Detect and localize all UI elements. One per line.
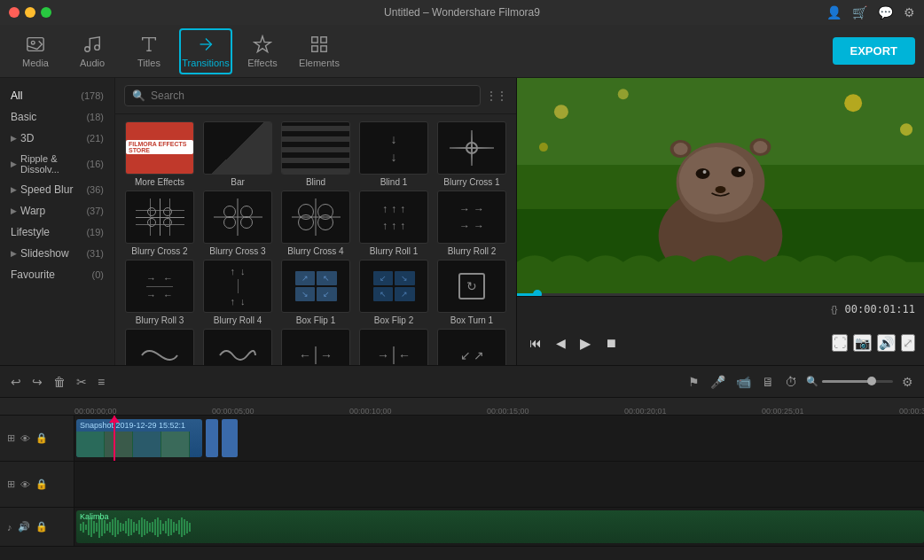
clip-frame-2 bbox=[105, 432, 133, 457]
toolbar-elements[interactable]: Elements bbox=[293, 28, 346, 74]
account-icon[interactable]: 👤 bbox=[826, 5, 842, 19]
screen-button[interactable]: 🖥 bbox=[760, 373, 776, 391]
sidebar-count-all: (178) bbox=[81, 90, 104, 101]
transition-thumb-row4-4: → ← bbox=[359, 329, 428, 365]
transition-item-box-flip1[interactable]: ↗ ↖ ↘ ↙ Box Flip 1 bbox=[278, 260, 353, 325]
transitions-icon bbox=[196, 35, 215, 54]
video-clip-1[interactable]: Snapshot 2019-12-29 15:52:1 bbox=[76, 419, 202, 457]
sidebar-item-all[interactable]: All (178) bbox=[0, 85, 114, 106]
sidebar-item-favourite[interactable]: Favourite (0) bbox=[0, 264, 114, 285]
settings-icon[interactable]: ⚙ bbox=[904, 5, 915, 19]
transition-thumb-blurry-cross4 bbox=[281, 191, 350, 244]
wave-bar bbox=[80, 524, 82, 531]
marker-button[interactable]: ⚑ bbox=[686, 373, 701, 391]
video-clip-label: Snapshot 2019-12-29 15:52:1 bbox=[80, 421, 199, 430]
toolbar-audio[interactable]: Audio bbox=[66, 28, 119, 74]
window-controls[interactable] bbox=[9, 7, 51, 18]
camera-button[interactable]: 📹 bbox=[734, 373, 753, 391]
toolbar-transitions[interactable]: Transitions bbox=[179, 28, 232, 74]
track-audio-icon[interactable]: ♪ bbox=[7, 522, 12, 533]
transition-item-box-flip2[interactable]: ↙ ↘ ↖ ↗ Box Flip 2 bbox=[356, 260, 431, 325]
transition-item-blurry-cross4[interactable]: Blurry Cross 4 bbox=[278, 191, 353, 256]
skip-back-button[interactable]: ⏮ bbox=[526, 332, 545, 354]
video-clip-2[interactable] bbox=[222, 419, 238, 457]
wave-bar bbox=[120, 523, 121, 532]
redo-button[interactable]: ↪ bbox=[30, 373, 44, 391]
transition-item-row4-3[interactable]: ← → bbox=[278, 329, 353, 365]
sidebar-item-warp[interactable]: ▶ Warp (37) bbox=[0, 200, 114, 222]
maximize-button[interactable] bbox=[41, 7, 51, 18]
track-area-video1[interactable]: Snapshot 2019-12-29 15:52:1 bbox=[74, 416, 924, 461]
track2-lock-icon[interactable]: 🔒 bbox=[35, 478, 48, 490]
close-button[interactable] bbox=[9, 7, 20, 18]
wave-bar bbox=[176, 524, 177, 531]
microphone-button[interactable]: 🎤 bbox=[709, 373, 727, 391]
track-eye-icon[interactable]: 👁 bbox=[20, 433, 30, 444]
transition-item-row4-5[interactable]: ↙ ↗ bbox=[435, 329, 509, 365]
search-input[interactable] bbox=[151, 89, 473, 102]
transition-item-row4-2[interactable] bbox=[200, 329, 275, 365]
toolbar-transitions-label: Transitions bbox=[182, 58, 229, 68]
snapshot-button[interactable]: 📷 bbox=[853, 334, 872, 352]
grid-view-icon[interactable]: ⋮⋮ bbox=[486, 89, 507, 102]
wave-bar bbox=[184, 519, 185, 535]
track-area-audio[interactable]: Kalimba bbox=[74, 508, 924, 546]
wave-bar bbox=[170, 519, 172, 535]
sidebar-item-slideshow[interactable]: ▶ Slideshow (31) bbox=[0, 243, 114, 264]
track-audio-vol-icon[interactable]: 🔊 bbox=[18, 521, 30, 533]
undo-button[interactable]: ↩ bbox=[9, 373, 23, 391]
track2-eye-icon[interactable]: 👁 bbox=[20, 479, 30, 490]
transition-item-more-effects[interactable]: FILMORA EFFECTS STORE More Effects bbox=[122, 121, 197, 187]
transition-item-blurry-roll2[interactable]: → → → → Blurry Roll 2 bbox=[435, 191, 509, 256]
toolbar-effects[interactable]: Effects bbox=[236, 28, 289, 74]
transition-item-bar[interactable]: Bar bbox=[200, 121, 275, 187]
transition-item-blurry-cross2[interactable]: Blurry Cross 2 bbox=[122, 191, 197, 256]
transition-item-blurry-roll3[interactable]: → ← → ← Blurry Roll 3 bbox=[122, 260, 197, 325]
stop-button[interactable]: ⏹ bbox=[601, 332, 621, 354]
wave-bar bbox=[125, 521, 127, 533]
track-grid-icon[interactable]: ⊞ bbox=[7, 432, 15, 444]
transition-item-blurry-cross1[interactable]: Blurry Cross 1 bbox=[435, 121, 509, 187]
transition-clip-1[interactable] bbox=[206, 419, 218, 457]
transition-item-blurry-cross3[interactable]: Blurry Cross 3 bbox=[200, 191, 275, 256]
track-audio-lock-icon[interactable]: 🔒 bbox=[35, 521, 48, 533]
volume-button[interactable]: 🔊 bbox=[877, 334, 896, 352]
wave-bar bbox=[149, 523, 151, 532]
clock-button[interactable]: ⏱ bbox=[783, 373, 799, 391]
notification-icon[interactable]: 💬 bbox=[878, 5, 893, 19]
sidebar-item-3d[interactable]: ▶ 3D (21) bbox=[0, 128, 114, 149]
play-back-button[interactable]: ◀ bbox=[552, 332, 569, 354]
expand-button[interactable]: ⤢ bbox=[901, 334, 915, 352]
video-preview: {} 00:00:01:11 ⏮ ◀ ▶ ⏹ ⛶ 📷 🔊 ⤢ bbox=[516, 78, 924, 365]
preview-video-frame bbox=[517, 78, 924, 296]
transition-item-blind1[interactable]: ↓ ↓ Blind 1 bbox=[356, 121, 431, 187]
transition-item-box-turn1[interactable]: ↻ Box Turn 1 bbox=[435, 260, 509, 325]
toolbar-titles[interactable]: Titles bbox=[122, 28, 176, 74]
delete-button[interactable]: 🗑 bbox=[51, 373, 67, 391]
cut-button[interactable]: ✂ bbox=[74, 373, 89, 391]
minimize-button[interactable] bbox=[25, 7, 35, 18]
transition-item-blind[interactable]: Blind bbox=[278, 121, 353, 187]
play-button[interactable]: ▶ bbox=[576, 331, 594, 355]
transition-item-row4-4[interactable]: → ← bbox=[356, 329, 431, 365]
settings-timeline-button[interactable]: ⚙ bbox=[900, 373, 915, 391]
cart-icon[interactable]: 🛒 bbox=[852, 5, 867, 19]
sidebar-item-ripple[interactable]: ▶ Ripple & Dissolv... (16) bbox=[0, 149, 114, 179]
full-screen-button[interactable]: ⛶ bbox=[832, 334, 848, 352]
track2-grid-icon[interactable]: ⊞ bbox=[7, 478, 15, 490]
audio-clip-kalimba[interactable]: Kalimba bbox=[76, 510, 924, 543]
sidebar-count-favourite: (0) bbox=[92, 269, 104, 280]
track-area-video2[interactable] bbox=[74, 462, 924, 507]
sidebar-item-lifestyle[interactable]: Lifestyle (19) bbox=[0, 222, 114, 243]
transition-item-blurry-roll4[interactable]: ↑ ↓ ↑ ↓ Blurry Roll 4 bbox=[200, 260, 275, 325]
sidebar-count-slideshow: (31) bbox=[86, 248, 104, 259]
list-button[interactable]: ≡ bbox=[96, 373, 106, 391]
transition-item-blurry-roll1[interactable]: ↑ ↑ ↑ ↑ ↑ ↑ Blurry Roll 1 bbox=[356, 191, 431, 256]
sidebar-item-basic[interactable]: Basic (18) bbox=[0, 106, 114, 128]
track-lock-icon[interactable]: 🔒 bbox=[35, 432, 48, 444]
transition-item-row4-1[interactable] bbox=[122, 329, 197, 365]
transition-thumb-more-effects: FILMORA EFFECTS STORE bbox=[125, 121, 194, 175]
sidebar-item-speed-blur[interactable]: ▶ Speed Blur (36) bbox=[0, 179, 114, 200]
toolbar-media[interactable]: Media bbox=[9, 28, 62, 74]
export-button[interactable]: EXPORT bbox=[833, 37, 915, 65]
